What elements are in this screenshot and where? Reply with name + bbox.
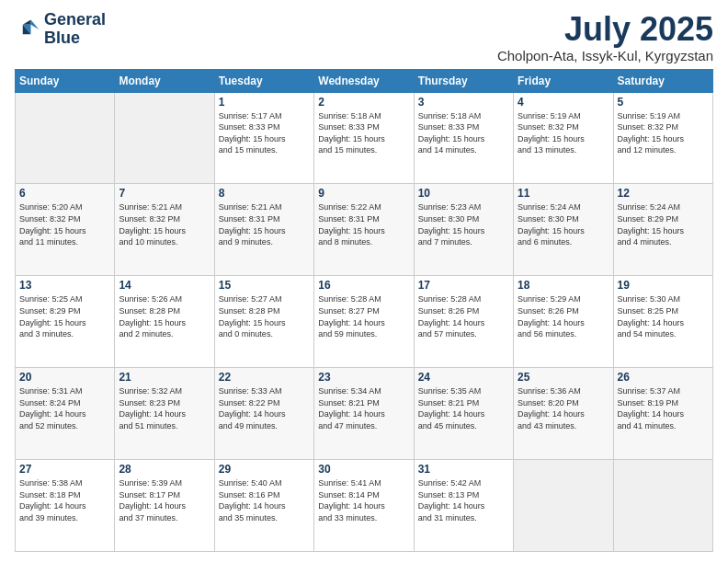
day-info: Sunrise: 5:34 AM Sunset: 8:21 PM Dayligh… bbox=[318, 385, 409, 431]
calendar-cell: 12Sunrise: 5:24 AM Sunset: 8:29 PM Dayli… bbox=[613, 184, 712, 276]
svg-marker-0 bbox=[31, 19, 40, 29]
day-number: 2 bbox=[318, 96, 409, 109]
calendar-cell: 3Sunrise: 5:18 AM Sunset: 8:33 PM Daylig… bbox=[414, 92, 513, 184]
day-number: 5 bbox=[618, 96, 709, 109]
calendar-cell: 22Sunrise: 5:33 AM Sunset: 8:22 PM Dayli… bbox=[214, 368, 313, 460]
calendar-cell: 16Sunrise: 5:28 AM Sunset: 8:27 PM Dayli… bbox=[314, 276, 414, 368]
calendar-week-row: 6Sunrise: 5:20 AM Sunset: 8:32 PM Daylig… bbox=[16, 184, 713, 276]
calendar-cell: 15Sunrise: 5:27 AM Sunset: 8:28 PM Dayli… bbox=[214, 276, 313, 368]
day-number: 24 bbox=[418, 371, 509, 384]
day-number: 6 bbox=[19, 187, 110, 200]
calendar-cell: 31Sunrise: 5:42 AM Sunset: 8:13 PM Dayli… bbox=[414, 460, 513, 552]
location-title: Cholpon-Ata, Issyk-Kul, Kyrgyzstan bbox=[497, 48, 713, 63]
calendar-cell bbox=[514, 460, 613, 552]
day-info: Sunrise: 5:24 AM Sunset: 8:30 PM Dayligh… bbox=[518, 201, 609, 247]
day-info: Sunrise: 5:31 AM Sunset: 8:24 PM Dayligh… bbox=[19, 385, 110, 431]
day-info: Sunrise: 5:18 AM Sunset: 8:33 PM Dayligh… bbox=[418, 110, 509, 156]
day-info: Sunrise: 5:37 AM Sunset: 8:19 PM Dayligh… bbox=[618, 385, 709, 431]
day-info: Sunrise: 5:27 AM Sunset: 8:28 PM Dayligh… bbox=[219, 293, 310, 339]
weekday-header: Sunday bbox=[16, 69, 115, 92]
day-number: 12 bbox=[618, 187, 709, 200]
weekday-header: Tuesday bbox=[214, 69, 313, 92]
month-title: July 2025 bbox=[497, 11, 713, 48]
day-number: 22 bbox=[219, 371, 310, 384]
day-number: 23 bbox=[318, 371, 409, 384]
day-number: 15 bbox=[219, 279, 310, 292]
day-info: Sunrise: 5:35 AM Sunset: 8:21 PM Dayligh… bbox=[418, 385, 509, 431]
calendar-cell: 26Sunrise: 5:37 AM Sunset: 8:19 PM Dayli… bbox=[613, 368, 712, 460]
logo-text: General Blue bbox=[44, 11, 106, 48]
calendar-cell: 28Sunrise: 5:39 AM Sunset: 8:17 PM Dayli… bbox=[115, 460, 214, 552]
day-info: Sunrise: 5:24 AM Sunset: 8:29 PM Dayligh… bbox=[618, 201, 709, 247]
calendar-week-row: 27Sunrise: 5:38 AM Sunset: 8:18 PM Dayli… bbox=[16, 460, 713, 552]
calendar-cell: 24Sunrise: 5:35 AM Sunset: 8:21 PM Dayli… bbox=[414, 368, 513, 460]
calendar-week-row: 1Sunrise: 5:17 AM Sunset: 8:33 PM Daylig… bbox=[16, 92, 713, 184]
logo-icon bbox=[15, 17, 40, 42]
calendar-cell bbox=[613, 460, 712, 552]
day-number: 11 bbox=[518, 187, 609, 200]
day-number: 10 bbox=[418, 187, 509, 200]
day-number: 14 bbox=[119, 279, 210, 292]
calendar-cell: 25Sunrise: 5:36 AM Sunset: 8:20 PM Dayli… bbox=[514, 368, 613, 460]
day-info: Sunrise: 5:18 AM Sunset: 8:33 PM Dayligh… bbox=[318, 110, 409, 156]
calendar-cell: 2Sunrise: 5:18 AM Sunset: 8:33 PM Daylig… bbox=[314, 92, 414, 184]
day-number: 1 bbox=[219, 96, 310, 109]
calendar-cell: 8Sunrise: 5:21 AM Sunset: 8:31 PM Daylig… bbox=[214, 184, 313, 276]
day-info: Sunrise: 5:29 AM Sunset: 8:26 PM Dayligh… bbox=[518, 293, 609, 339]
day-number: 16 bbox=[318, 279, 409, 292]
calendar-cell: 9Sunrise: 5:22 AM Sunset: 8:31 PM Daylig… bbox=[314, 184, 414, 276]
day-info: Sunrise: 5:39 AM Sunset: 8:17 PM Dayligh… bbox=[119, 477, 210, 523]
day-info: Sunrise: 5:17 AM Sunset: 8:33 PM Dayligh… bbox=[219, 110, 310, 156]
calendar-cell: 29Sunrise: 5:40 AM Sunset: 8:16 PM Dayli… bbox=[214, 460, 313, 552]
page: General Blue July 2025 Cholpon-Ata, Issy… bbox=[0, 0, 728, 563]
day-info: Sunrise: 5:25 AM Sunset: 8:29 PM Dayligh… bbox=[19, 293, 110, 339]
day-info: Sunrise: 5:23 AM Sunset: 8:30 PM Dayligh… bbox=[418, 201, 509, 247]
calendar-cell: 20Sunrise: 5:31 AM Sunset: 8:24 PM Dayli… bbox=[16, 368, 115, 460]
calendar-cell: 6Sunrise: 5:20 AM Sunset: 8:32 PM Daylig… bbox=[16, 184, 115, 276]
day-info: Sunrise: 5:28 AM Sunset: 8:27 PM Dayligh… bbox=[318, 293, 409, 339]
day-info: Sunrise: 5:42 AM Sunset: 8:13 PM Dayligh… bbox=[418, 477, 509, 523]
calendar-week-row: 13Sunrise: 5:25 AM Sunset: 8:29 PM Dayli… bbox=[16, 276, 713, 368]
weekday-header: Friday bbox=[514, 69, 613, 92]
day-info: Sunrise: 5:32 AM Sunset: 8:23 PM Dayligh… bbox=[119, 385, 210, 431]
calendar-cell: 13Sunrise: 5:25 AM Sunset: 8:29 PM Dayli… bbox=[16, 276, 115, 368]
day-info: Sunrise: 5:38 AM Sunset: 8:18 PM Dayligh… bbox=[19, 477, 110, 523]
day-info: Sunrise: 5:41 AM Sunset: 8:14 PM Dayligh… bbox=[318, 477, 409, 523]
calendar-cell: 5Sunrise: 5:19 AM Sunset: 8:32 PM Daylig… bbox=[613, 92, 712, 184]
calendar-cell: 1Sunrise: 5:17 AM Sunset: 8:33 PM Daylig… bbox=[214, 92, 313, 184]
day-info: Sunrise: 5:19 AM Sunset: 8:32 PM Dayligh… bbox=[518, 110, 609, 156]
title-block: July 2025 Cholpon-Ata, Issyk-Kul, Kyrgyz… bbox=[497, 11, 713, 63]
day-info: Sunrise: 5:30 AM Sunset: 8:25 PM Dayligh… bbox=[618, 293, 709, 339]
calendar-cell: 23Sunrise: 5:34 AM Sunset: 8:21 PM Dayli… bbox=[314, 368, 414, 460]
weekday-header: Thursday bbox=[414, 69, 513, 92]
logo: General Blue bbox=[15, 11, 106, 48]
day-number: 21 bbox=[119, 371, 210, 384]
day-number: 25 bbox=[518, 371, 609, 384]
day-info: Sunrise: 5:33 AM Sunset: 8:22 PM Dayligh… bbox=[219, 385, 310, 431]
day-info: Sunrise: 5:26 AM Sunset: 8:28 PM Dayligh… bbox=[119, 293, 210, 339]
header: General Blue July 2025 Cholpon-Ata, Issy… bbox=[15, 11, 713, 63]
calendar-cell: 19Sunrise: 5:30 AM Sunset: 8:25 PM Dayli… bbox=[613, 276, 712, 368]
calendar-table: SundayMondayTuesdayWednesdayThursdayFrid… bbox=[15, 69, 713, 552]
day-info: Sunrise: 5:21 AM Sunset: 8:32 PM Dayligh… bbox=[119, 201, 210, 247]
day-number: 13 bbox=[19, 279, 110, 292]
day-number: 17 bbox=[418, 279, 509, 292]
svg-marker-1 bbox=[23, 19, 31, 24]
day-info: Sunrise: 5:20 AM Sunset: 8:32 PM Dayligh… bbox=[19, 201, 110, 247]
day-number: 9 bbox=[318, 187, 409, 200]
calendar-cell bbox=[16, 92, 115, 184]
day-info: Sunrise: 5:40 AM Sunset: 8:16 PM Dayligh… bbox=[219, 477, 310, 523]
calendar-cell bbox=[115, 92, 214, 184]
weekday-header: Saturday bbox=[613, 69, 712, 92]
weekday-header: Monday bbox=[115, 69, 214, 92]
day-number: 26 bbox=[618, 371, 709, 384]
day-number: 18 bbox=[518, 279, 609, 292]
logo-line2: Blue bbox=[44, 29, 106, 48]
calendar-cell: 11Sunrise: 5:24 AM Sunset: 8:30 PM Dayli… bbox=[514, 184, 613, 276]
calendar-cell: 27Sunrise: 5:38 AM Sunset: 8:18 PM Dayli… bbox=[16, 460, 115, 552]
day-number: 8 bbox=[219, 187, 310, 200]
weekday-header: Wednesday bbox=[314, 69, 414, 92]
day-number: 4 bbox=[518, 96, 609, 109]
day-number: 3 bbox=[418, 96, 509, 109]
day-info: Sunrise: 5:28 AM Sunset: 8:26 PM Dayligh… bbox=[418, 293, 509, 339]
